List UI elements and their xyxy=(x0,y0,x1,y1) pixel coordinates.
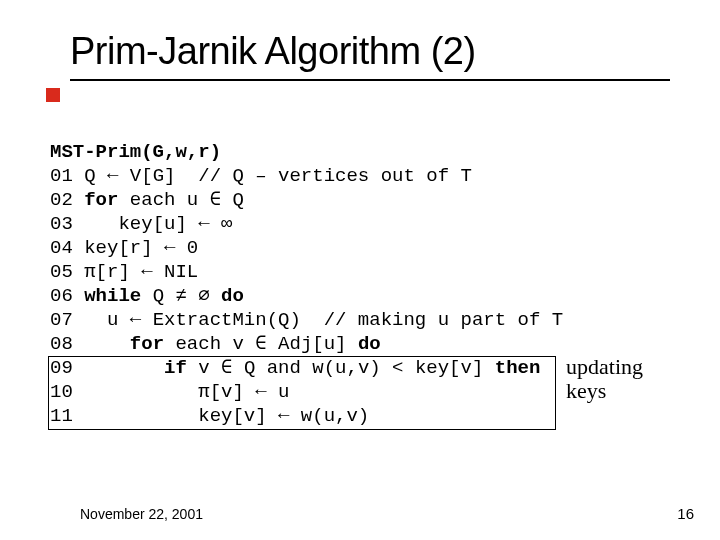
annotation: updating keys xyxy=(566,355,643,403)
code-line: 08 for each v ∈ Adj[u] do xyxy=(50,333,381,355)
code-line: 06 while Q ≠ ∅ do xyxy=(50,285,244,307)
code-signature: MST-Prim(G,w,r) xyxy=(50,141,221,163)
annotation-line: updating xyxy=(566,355,643,379)
code-line: 04 key[r] ← 0 xyxy=(50,237,198,259)
slide: Prim-Jarnik Algorithm (2) MST-Prim(G,w,r… xyxy=(0,0,720,540)
code-line: 05 π[r] ← NIL xyxy=(50,261,198,283)
code-line: 09 if v ∈ Q and w(u,v) < key[v] then xyxy=(50,357,540,379)
code-line: 02 for each u ∈ Q xyxy=(50,189,244,211)
code-line: 07 u ← ExtractMin(Q) // making u part of… xyxy=(50,309,563,331)
annotation-line: keys xyxy=(566,379,643,403)
code-line: 11 key[v] ← w(u,v) xyxy=(50,405,369,427)
code-line: 10 π[v] ← u xyxy=(50,381,289,403)
slide-title: Prim-Jarnik Algorithm (2) xyxy=(70,30,680,73)
footer-date: November 22, 2001 xyxy=(80,506,203,522)
code-line: 01 Q ← V[G] // Q – vertices out of T xyxy=(50,165,472,187)
code-line: 03 key[u] ← ∞ xyxy=(50,213,232,235)
title-underline xyxy=(70,79,670,81)
bullet-square-icon xyxy=(46,88,60,102)
title-area: Prim-Jarnik Algorithm (2) xyxy=(70,30,680,81)
footer-page-number: 16 xyxy=(677,505,694,522)
